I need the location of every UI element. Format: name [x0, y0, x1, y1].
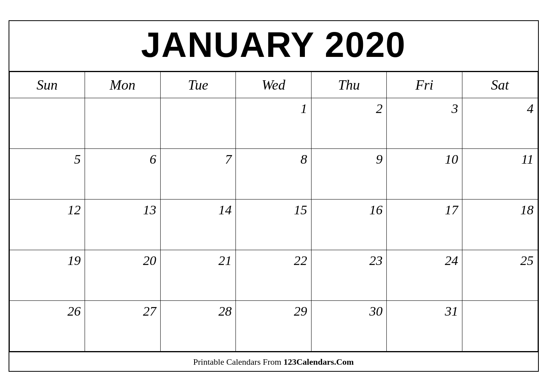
calendar-day-cell: 13	[85, 200, 161, 250]
calendar-day-cell: 6	[85, 149, 161, 200]
calendar-day-cell: 10	[387, 149, 462, 200]
calendar-day-cell: 28	[160, 301, 236, 351]
weekday-header-thu: Thu	[311, 72, 387, 98]
calendar-day-cell: 26	[9, 301, 85, 351]
calendar-title: JANUARY 2020	[9, 21, 538, 72]
calendar-day-cell: 25	[462, 250, 538, 301]
calendar-day-cell: 29	[236, 301, 312, 351]
calendar-day-cell: 23	[311, 250, 387, 301]
calendar-day-cell: 3	[387, 98, 462, 149]
calendar-day-cell: 22	[236, 250, 312, 301]
calendar-day-cell: 17	[387, 200, 462, 250]
weekday-header-fri: Fri	[387, 72, 462, 98]
weekday-header-sat: Sat	[462, 72, 538, 98]
weekday-header-sun: Sun	[9, 72, 85, 98]
calendar-day-cell: 21	[160, 250, 236, 301]
calendar-week-4: 19202122232425	[9, 250, 538, 301]
calendar-day-cell	[462, 301, 538, 351]
calendar-day-cell: 20	[85, 250, 161, 301]
calendar-week-1: 1234	[9, 98, 538, 149]
weekday-header-row: SunMonTueWedThuFriSat	[9, 72, 538, 98]
calendar-day-cell: 31	[387, 301, 462, 351]
calendar-container: JANUARY 2020 SunMonTueWedThuFriSat 12345…	[9, 20, 539, 372]
calendar-footer: Printable Calendars From 123Calendars.Co…	[9, 351, 538, 371]
footer-brand: 123Calendars.Com	[283, 357, 354, 367]
calendar-grid: SunMonTueWedThuFriSat 123456789101112131…	[9, 72, 538, 351]
calendar-day-cell: 1	[236, 98, 312, 149]
calendar-day-cell: 11	[462, 149, 538, 200]
weekday-header-tue: Tue	[160, 72, 236, 98]
calendar-day-cell: 14	[160, 200, 236, 250]
calendar-day-cell: 8	[236, 149, 312, 200]
calendar-week-5: 262728293031	[9, 301, 538, 351]
weekday-header-mon: Mon	[85, 72, 161, 98]
calendar-day-cell	[85, 98, 161, 149]
calendar-day-cell	[160, 98, 236, 149]
calendar-day-cell: 5	[9, 149, 85, 200]
calendar-day-cell: 2	[311, 98, 387, 149]
calendar-day-cell: 9	[311, 149, 387, 200]
calendar-week-2: 567891011	[9, 149, 538, 200]
calendar-day-cell: 16	[311, 200, 387, 250]
calendar-day-cell: 24	[387, 250, 462, 301]
calendar-day-cell: 19	[9, 250, 85, 301]
calendar-day-cell: 7	[160, 149, 236, 200]
calendar-day-cell: 4	[462, 98, 538, 149]
footer-text: Printable Calendars From	[193, 357, 284, 367]
calendar-day-cell: 30	[311, 301, 387, 351]
calendar-day-cell	[9, 98, 85, 149]
weekday-header-wed: Wed	[236, 72, 312, 98]
calendar-day-cell: 18	[462, 200, 538, 250]
calendar-day-cell: 27	[85, 301, 161, 351]
calendar-day-cell: 15	[236, 200, 312, 250]
calendar-day-cell: 12	[9, 200, 85, 250]
calendar-week-3: 12131415161718	[9, 200, 538, 250]
